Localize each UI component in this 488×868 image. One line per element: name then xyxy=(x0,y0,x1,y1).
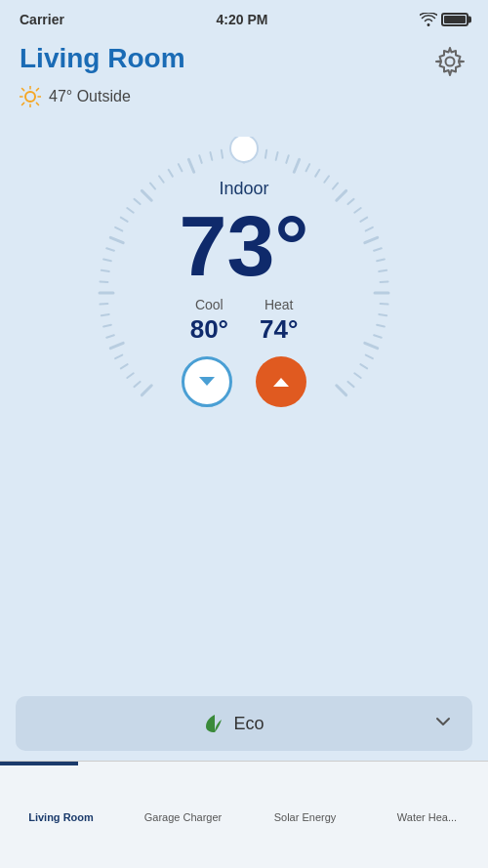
cool-value: 80° xyxy=(190,314,228,345)
up-arrow-icon xyxy=(270,371,292,393)
svg-line-56 xyxy=(374,248,382,250)
tab-garage-charger[interactable]: Garage Charger xyxy=(122,804,244,831)
svg-line-36 xyxy=(199,155,201,163)
chevron-down-icon xyxy=(433,712,453,731)
page-title: Living Room xyxy=(20,43,185,74)
svg-line-15 xyxy=(110,343,123,348)
svg-line-69 xyxy=(347,382,353,387)
eco-label: Eco xyxy=(233,714,264,734)
svg-line-25 xyxy=(110,237,123,242)
svg-line-62 xyxy=(379,314,386,315)
svg-line-59 xyxy=(381,281,388,282)
svg-point-1 xyxy=(25,92,35,102)
svg-line-13 xyxy=(121,364,128,368)
weather-row: 47° Outside xyxy=(0,84,488,107)
time-label: 4:20 PM xyxy=(217,12,268,27)
svg-line-34 xyxy=(179,164,183,171)
svg-line-38 xyxy=(222,150,223,158)
battery-area xyxy=(420,13,468,26)
svg-line-14 xyxy=(115,355,122,359)
svg-marker-73 xyxy=(273,378,289,387)
leaf-icon xyxy=(204,713,225,734)
svg-point-71 xyxy=(230,137,258,162)
svg-line-19 xyxy=(100,304,107,305)
svg-line-33 xyxy=(169,170,173,177)
eco-bar[interactable]: Eco xyxy=(16,696,472,751)
svg-line-55 xyxy=(365,237,378,242)
svg-line-18 xyxy=(102,314,109,315)
sun-icon xyxy=(20,86,41,107)
svg-line-63 xyxy=(377,325,385,327)
heat-label: Heat xyxy=(260,297,298,312)
svg-line-24 xyxy=(106,248,114,250)
svg-line-8 xyxy=(36,89,38,91)
svg-line-27 xyxy=(121,218,128,222)
bottom-nav: Living Room Garage Charger Solar Energy … xyxy=(0,761,488,868)
svg-line-66 xyxy=(366,355,373,359)
svg-line-6 xyxy=(22,89,24,91)
cool-down-button[interactable] xyxy=(182,356,232,407)
eco-content: Eco xyxy=(35,713,433,734)
svg-line-64 xyxy=(374,335,382,337)
svg-line-11 xyxy=(134,382,140,387)
svg-line-54 xyxy=(366,227,373,231)
svg-line-17 xyxy=(103,325,111,327)
current-temperature: 73° xyxy=(146,203,342,289)
thermostat-dial-area: Indoor 73° Cool 80° Heat 74° xyxy=(0,137,488,449)
svg-line-65 xyxy=(365,343,378,348)
svg-line-28 xyxy=(127,208,133,213)
weather-temp: 47° Outside xyxy=(49,88,131,105)
svg-line-52 xyxy=(354,208,360,213)
svg-line-23 xyxy=(103,259,111,261)
indoor-label: Indoor xyxy=(146,179,342,199)
svg-line-53 xyxy=(360,218,367,222)
gear-icon xyxy=(434,46,466,77)
svg-marker-72 xyxy=(199,377,215,386)
svg-line-12 xyxy=(127,373,133,378)
header: Living Room xyxy=(0,35,488,84)
tab-solar-energy[interactable]: Solar Energy xyxy=(244,804,366,831)
heat-setpoint: Heat 74° xyxy=(260,297,298,345)
svg-line-51 xyxy=(347,199,353,204)
svg-line-9 xyxy=(22,103,24,104)
setpoints-row: Cool 80° Heat 74° xyxy=(146,297,342,345)
svg-line-45 xyxy=(294,159,299,172)
svg-point-0 xyxy=(446,58,455,66)
svg-line-57 xyxy=(377,259,385,261)
svg-line-42 xyxy=(265,150,266,158)
svg-line-35 xyxy=(188,159,193,172)
svg-line-16 xyxy=(106,335,114,337)
svg-line-21 xyxy=(100,281,107,282)
cool-setpoint: Cool 80° xyxy=(190,297,228,345)
heat-up-button[interactable] xyxy=(256,356,306,407)
dial-container: Indoor 73° Cool 80° Heat 74° xyxy=(88,137,400,449)
tab-living-room[interactable]: Living Room xyxy=(0,804,122,831)
carrier-label: Carrier xyxy=(20,12,64,27)
controls-row xyxy=(146,356,342,407)
svg-line-43 xyxy=(276,152,278,160)
dial-inner: Indoor 73° Cool 80° Heat 74° xyxy=(146,179,342,407)
svg-line-7 xyxy=(36,103,38,104)
heat-value: 74° xyxy=(260,314,298,345)
battery-icon xyxy=(441,13,468,26)
cool-label: Cool xyxy=(190,297,228,312)
svg-line-44 xyxy=(286,155,288,163)
svg-line-67 xyxy=(360,364,367,368)
svg-line-68 xyxy=(354,373,360,378)
svg-line-46 xyxy=(306,164,310,171)
status-bar: Carrier 4:20 PM xyxy=(0,0,488,35)
svg-line-47 xyxy=(315,170,319,177)
tab-water-heat[interactable]: Water Hea... xyxy=(366,804,488,831)
svg-line-26 xyxy=(115,227,122,231)
svg-line-22 xyxy=(102,270,109,271)
wifi-icon xyxy=(420,13,437,26)
settings-button[interactable] xyxy=(431,43,468,80)
svg-line-37 xyxy=(210,152,212,160)
nav-tabs: Living Room Garage Charger Solar Energy … xyxy=(0,765,488,868)
svg-line-61 xyxy=(381,304,388,305)
svg-line-58 xyxy=(379,270,386,271)
svg-line-29 xyxy=(134,199,140,204)
eco-chevron xyxy=(433,712,453,735)
down-arrow-icon xyxy=(196,371,218,393)
